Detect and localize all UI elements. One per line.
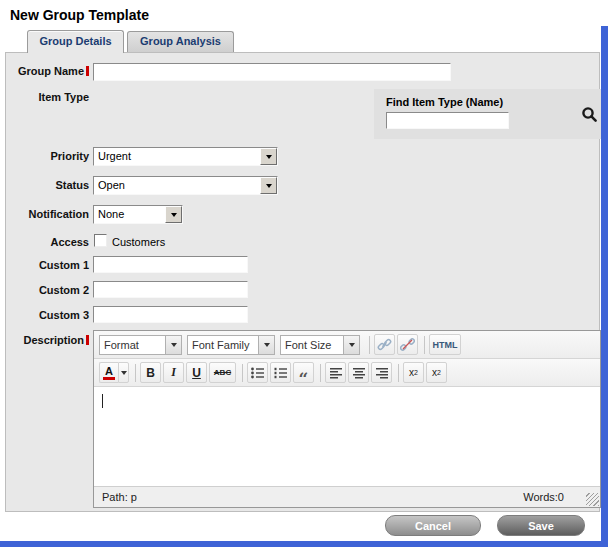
save-button[interactable]: Save <box>497 515 585 536</box>
notification-label: Notification <box>6 208 89 220</box>
underline-button[interactable]: U <box>186 362 207 383</box>
notification-value: None <box>94 206 165 223</box>
editor-status-bar: Path: p Words:0 <box>94 486 600 507</box>
html-source-button[interactable]: HTML <box>429 334 461 355</box>
font-size-select[interactable]: Font Size <box>280 335 360 355</box>
required-marker <box>86 66 89 76</box>
insert-link-icon[interactable] <box>374 334 395 355</box>
tab-group-analysis[interactable]: Group Analysis <box>127 31 234 52</box>
numbered-list-icon[interactable] <box>270 362 291 383</box>
font-family-select[interactable]: Font Family <box>187 335 275 355</box>
editor-word-count: Words:0 <box>523 491 564 503</box>
required-marker <box>86 335 89 345</box>
toolbar-separator <box>242 364 243 382</box>
vertical-scrollbar[interactable] <box>601 26 608 541</box>
find-item-type-panel: Find Item Type (Name) <box>374 89 601 139</box>
priority-label: Priority <box>6 150 89 162</box>
font-color-button[interactable]: A <box>99 362 129 383</box>
priority-select[interactable]: Urgent <box>93 147 278 166</box>
text-cursor <box>102 394 103 408</box>
customers-checkbox-label: Customers <box>112 236 165 248</box>
group-name-input[interactable] <box>93 63 451 81</box>
find-item-type-label: Find Item Type (Name) <box>386 96 503 108</box>
editor-toolbar-row1: Format Font Family Font Size <box>94 331 600 359</box>
custom3-input[interactable] <box>93 306 248 323</box>
page-title: New Group Template <box>10 7 149 23</box>
custom2-input[interactable] <box>93 281 248 298</box>
custom2-label: Custom 2 <box>6 284 89 296</box>
remove-link-icon[interactable] <box>397 334 418 355</box>
resize-grip-icon[interactable] <box>586 493 599 506</box>
toolbar-separator <box>398 364 399 382</box>
status-select[interactable]: Open <box>93 176 278 195</box>
blockquote-icon[interactable]: “ <box>293 362 314 383</box>
format-select[interactable]: Format <box>99 335 182 355</box>
italic-button[interactable]: I <box>163 362 184 383</box>
tab-group-details[interactable]: Group Details <box>27 30 124 53</box>
find-item-type-input[interactable] <box>386 112 509 129</box>
search-icon[interactable] <box>580 105 598 123</box>
custom3-label: Custom 3 <box>6 309 89 321</box>
status-dropdown-arrow-icon[interactable] <box>260 177 277 194</box>
priority-value: Urgent <box>94 148 260 165</box>
status-value: Open <box>94 177 260 194</box>
priority-dropdown-arrow-icon[interactable] <box>260 148 277 165</box>
horizontal-scrollbar[interactable] <box>0 541 608 547</box>
editor-path: Path: p <box>102 491 137 503</box>
group-details-panel: Group Name Item Type Find Item Type (Nam… <box>5 52 600 512</box>
toolbar-separator <box>320 364 321 382</box>
toolbar-separator <box>369 336 370 354</box>
bullet-list-icon[interactable] <box>247 362 268 383</box>
custom1-input[interactable] <box>93 256 248 273</box>
custom1-label: Custom 1 <box>6 259 89 271</box>
notification-select[interactable]: None <box>93 205 183 224</box>
font-color-dropdown-arrow-icon[interactable] <box>118 362 129 383</box>
format-dropdown-arrow-icon[interactable] <box>165 336 181 354</box>
customers-checkbox[interactable] <box>94 234 107 247</box>
strikethrough-button[interactable]: ABC <box>209 362 236 383</box>
toolbar-separator <box>135 364 136 382</box>
bold-button[interactable]: B <box>140 362 161 383</box>
font-size-dropdown-arrow-icon[interactable] <box>343 336 359 354</box>
description-editor: Format Font Family Font Size <box>93 330 601 508</box>
item-type-label: Item Type <box>6 91 89 103</box>
editor-body[interactable] <box>94 387 600 486</box>
group-name-label: Group Name <box>6 65 89 77</box>
toolbar-separator <box>424 336 425 354</box>
font-family-dropdown-arrow-icon[interactable] <box>258 336 274 354</box>
editor-toolbar-row2: A B I U ABC <box>94 359 600 387</box>
access-label: Access <box>6 236 89 248</box>
new-group-template-window: New Group Template Group Details Group A… <box>0 0 608 547</box>
font-color-icon[interactable]: A <box>99 362 118 383</box>
align-center-icon[interactable] <box>348 362 369 383</box>
superscript-button[interactable]: x2 <box>426 362 447 383</box>
notification-dropdown-arrow-icon[interactable] <box>165 206 182 223</box>
subscript-button[interactable]: x2 <box>403 362 424 383</box>
description-label: Description <box>6 334 89 346</box>
align-left-icon[interactable] <box>325 362 346 383</box>
cancel-button[interactable]: Cancel <box>385 515 481 536</box>
align-right-icon[interactable] <box>371 362 392 383</box>
status-label: Status <box>6 179 89 191</box>
